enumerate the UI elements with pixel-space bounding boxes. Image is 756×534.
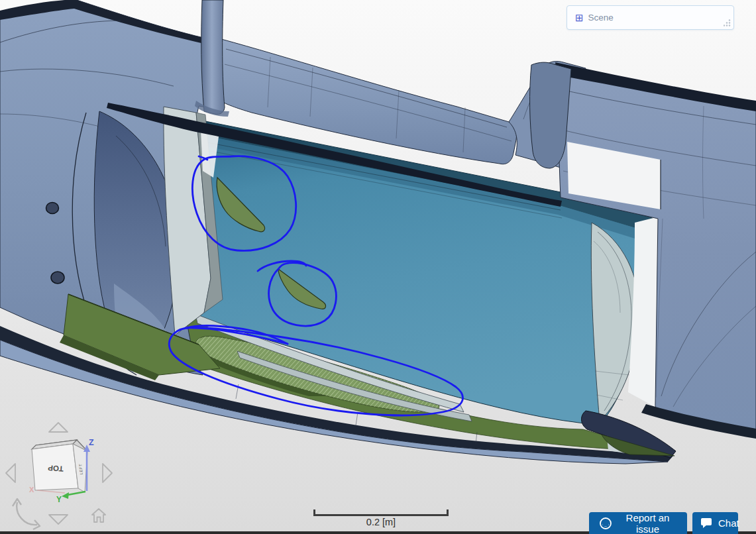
pan-left-arrow[interactable] [6,464,15,482]
axis-x-label: X [29,486,34,494]
pan-down-arrow[interactable] [49,515,68,524]
scene-expand-icon[interactable]: ⊞ [575,13,584,23]
report-issue-icon [599,517,612,530]
home-view-icon[interactable] [92,509,105,522]
axis-y-label: Y [56,495,62,504]
cad-viewer-viewport: ⊞ Scene TOP [0,0,756,534]
resize-grip-icon[interactable] [724,19,731,27]
scene-panel-title: Scene [588,13,614,23]
chat-button[interactable]: Chat [692,512,738,534]
report-issue-button[interactable]: Report an issue [589,512,687,534]
scale-bar: 0.2 [m] [313,509,449,527]
chat-icon [700,517,712,529]
scale-bar-label: 0.2 [m] [313,517,449,527]
rotate-view-arrow[interactable] [13,499,40,529]
view-cube[interactable]: TOP LEFT [32,440,87,492]
scene-panel[interactable]: ⊞ Scene [567,5,734,30]
mount-hole [51,272,64,284]
axis-z-label: Z [89,438,94,447]
scale-bar-line [313,509,449,516]
report-issue-label: Report an issue [618,512,677,534]
chat-label: Chat [718,517,739,529]
pan-right-arrow[interactable] [103,464,112,482]
vertical-strake [164,107,223,335]
mount-hole [46,203,59,214]
pan-up-arrow[interactable] [49,423,68,432]
view-cube-top-label: TOP [48,464,64,473]
navigation-widget: TOP LEFT X Y Z [0,416,123,534]
